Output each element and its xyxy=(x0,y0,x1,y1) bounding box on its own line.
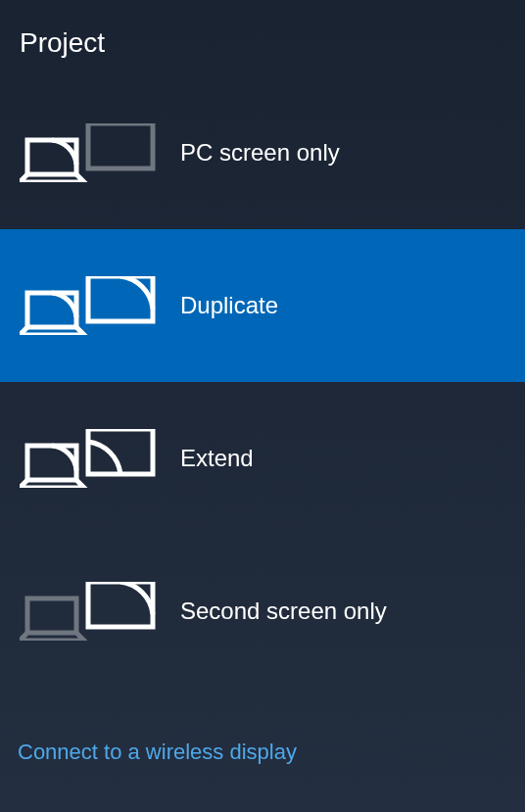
duplicate-icon xyxy=(20,276,157,335)
svg-rect-0 xyxy=(88,123,153,168)
second-screen-only-icon xyxy=(20,582,157,641)
option-extend[interactable]: Extend xyxy=(0,382,525,535)
svg-rect-2 xyxy=(88,276,153,321)
panel-title: Project xyxy=(20,27,505,59)
pc-screen-only-icon xyxy=(20,123,157,182)
option-label: Second screen only xyxy=(180,597,387,625)
option-label: Extend xyxy=(180,445,254,472)
option-duplicate[interactable]: Duplicate xyxy=(0,229,525,382)
svg-rect-6 xyxy=(88,582,153,627)
option-label: Duplicate xyxy=(180,292,278,319)
option-second-screen-only[interactable]: Second screen only xyxy=(0,535,525,688)
connect-wireless-display-link[interactable]: Connect to a wireless display xyxy=(18,740,297,765)
panel-header: Project xyxy=(0,0,525,76)
svg-rect-7 xyxy=(27,598,76,633)
option-pc-screen-only[interactable]: PC screen only xyxy=(0,76,525,229)
project-options-list: PC screen only Duplicate xyxy=(0,76,525,688)
option-label: PC screen only xyxy=(180,139,340,167)
extend-icon xyxy=(20,429,157,488)
